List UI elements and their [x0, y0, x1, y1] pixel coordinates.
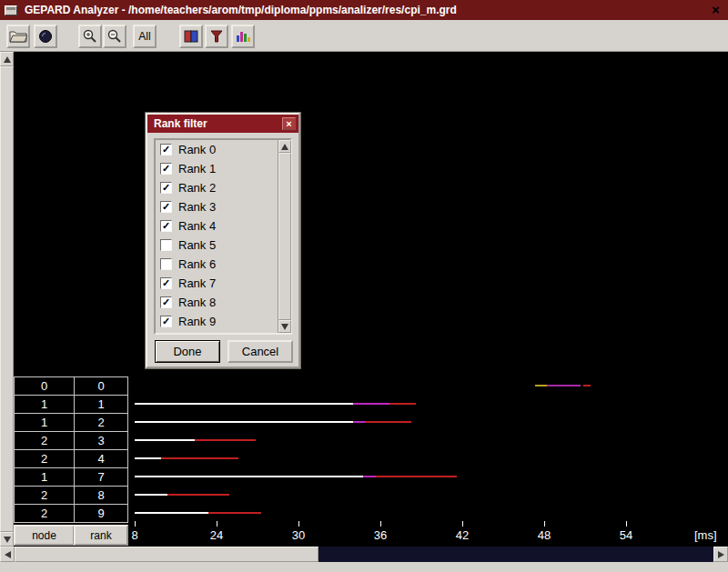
open-file-button[interactable] — [6, 25, 30, 48]
color-legend-icon — [183, 29, 199, 44]
table-cell: 7 — [74, 467, 128, 487]
histogram-button[interactable] — [231, 25, 255, 48]
zoom-in-button[interactable] — [78, 25, 102, 48]
zoom-in-icon — [82, 28, 98, 45]
rank-list-item[interactable]: ✓Rank 9 — [156, 312, 278, 331]
color-legend-button[interactable] — [179, 25, 203, 48]
rank-list-item[interactable]: Rank 6 — [156, 255, 278, 274]
rank-list-item[interactable]: ✓Rank 2 — [156, 178, 278, 197]
done-button[interactable]: Done — [155, 340, 220, 363]
table-row[interactable]: 11 — [14, 395, 128, 414]
folder-open-icon — [9, 29, 27, 44]
axis-tick — [298, 521, 299, 527]
filter-funnel-icon — [209, 29, 224, 44]
rank-list-item[interactable]: ✓Rank 4 — [156, 216, 278, 236]
table-cell: 1 — [74, 395, 128, 414]
list-scroll-down-button[interactable] — [278, 320, 291, 333]
rank-checkbox[interactable] — [160, 258, 172, 270]
table-cell: 1 — [14, 395, 75, 414]
rank-list-item[interactable]: ✓Rank 0 — [156, 140, 278, 159]
up-arrow-icon — [4, 56, 11, 63]
rank-list-item[interactable]: ✓Rank 3 — [156, 197, 278, 216]
list-scroll-up-button[interactable] — [278, 140, 291, 153]
scroll-right-button[interactable] — [713, 547, 728, 562]
done-button-label: Done — [173, 345, 201, 358]
rank-checkbox[interactable]: ✓ — [160, 163, 172, 175]
rank-list-item[interactable]: ✓Rank 7 — [156, 274, 278, 293]
rank-list-item[interactable]: ✓Rank 8 — [156, 293, 278, 312]
rank-list-container: ✓Rank 0✓Rank 1✓Rank 2✓Rank 3✓Rank 4Rank … — [154, 138, 292, 335]
table-row[interactable]: 28 — [14, 486, 128, 505]
table-cell: 2 — [14, 449, 75, 468]
axis-tick-label: 54 — [620, 528, 632, 542]
table-row[interactable]: 12 — [14, 413, 128, 432]
stop-button[interactable] — [34, 25, 57, 48]
rank-checkbox[interactable]: ✓ — [160, 220, 172, 232]
table-cell: 3 — [74, 431, 128, 450]
table-cell: 1 — [14, 467, 75, 487]
dialog-close-button[interactable]: × — [282, 117, 296, 130]
zoom-out-button[interactable] — [103, 25, 126, 48]
right-arrow-icon — [718, 551, 724, 558]
table-cell: 2 — [14, 504, 75, 523]
rank-label: Rank 2 — [178, 181, 216, 195]
rank-checkbox[interactable]: ✓ — [160, 144, 172, 156]
window-close-button[interactable]: × — [708, 2, 723, 17]
vertical-scrollbar[interactable] — [0, 52, 14, 547]
horizontal-scrollbar[interactable] — [0, 547, 728, 562]
axis-tick — [626, 521, 627, 527]
vertical-scrollbar-thumb[interactable] — [0, 66, 14, 532]
table-cell: 0 — [14, 376, 75, 396]
list-scrollbar-thumb[interactable] — [278, 153, 291, 320]
rank-label: Rank 1 — [178, 162, 216, 176]
table-cell: 8 — [74, 486, 128, 505]
table-row[interactable]: 17 — [14, 467, 128, 487]
axis-tick-label: 24 — [210, 528, 223, 542]
rank-label: Rank 4 — [178, 219, 216, 233]
table-cell: 1 — [14, 413, 75, 432]
axis-unit-label: [ms] — [694, 528, 717, 542]
scroll-left-button[interactable] — [0, 547, 15, 562]
histogram-icon — [235, 29, 251, 44]
down-arrow-icon — [4, 537, 11, 543]
window-title: GEPARD Analyzer - /home/teachers/arom/tm… — [25, 4, 457, 16]
table-row[interactable]: 23 — [14, 431, 128, 450]
rank-filter-button[interactable] — [205, 25, 228, 48]
window-menu-icon[interactable] — [5, 5, 17, 15]
table-cell: 0 — [74, 376, 128, 396]
rank-list-scrollbar[interactable] — [278, 140, 290, 333]
rank-checkbox[interactable]: ✓ — [160, 201, 172, 213]
rank-checkbox[interactable]: ✓ — [160, 316, 172, 327]
rank-list: ✓Rank 0✓Rank 1✓Rank 2✓Rank 3✓Rank 4Rank … — [156, 140, 278, 333]
cancel-button[interactable]: Cancel — [228, 340, 293, 363]
table-cell: 2 — [14, 486, 75, 505]
rank-checkbox[interactable]: ✓ — [160, 277, 172, 289]
rank-checkbox[interactable]: ✓ — [160, 296, 172, 308]
left-arrow-icon — [5, 551, 11, 558]
show-all-button[interactable]: All — [133, 25, 157, 48]
scroll-up-button[interactable] — [0, 52, 14, 66]
rank-checkbox[interactable] — [160, 239, 172, 251]
dialog-title: Rank filter — [154, 117, 207, 130]
table-cell: 2 — [74, 413, 128, 432]
rank-checkbox[interactable]: ✓ — [160, 182, 172, 194]
table-row[interactable]: 00 — [14, 376, 128, 396]
rank-list-item[interactable]: ✓Rank 1 — [156, 159, 278, 178]
rank-label: Rank 8 — [178, 296, 216, 309]
table-row[interactable]: 29 — [14, 504, 128, 523]
stop-icon — [38, 29, 53, 44]
rank-label: Rank 0 — [178, 143, 216, 156]
axis-tick-label: 42 — [456, 528, 469, 542]
node-rank-table-body: 0011122324172829 — [14, 376, 128, 523]
horizontal-scrollbar-thumb[interactable] — [15, 547, 318, 562]
scroll-down-button[interactable] — [0, 532, 14, 547]
axis-tick — [380, 521, 381, 527]
table-row[interactable]: 24 — [14, 449, 128, 468]
node-column-button[interactable]: node — [14, 525, 75, 546]
rank-list-item[interactable]: Rank 5 — [156, 236, 278, 255]
up-arrow-icon — [281, 144, 288, 150]
rank-column-button[interactable]: rank — [74, 525, 128, 546]
all-button-label: All — [138, 30, 150, 43]
dialog-title-bar: Rank filter × — [147, 115, 298, 133]
axis-tick-label: 48 — [538, 528, 551, 542]
